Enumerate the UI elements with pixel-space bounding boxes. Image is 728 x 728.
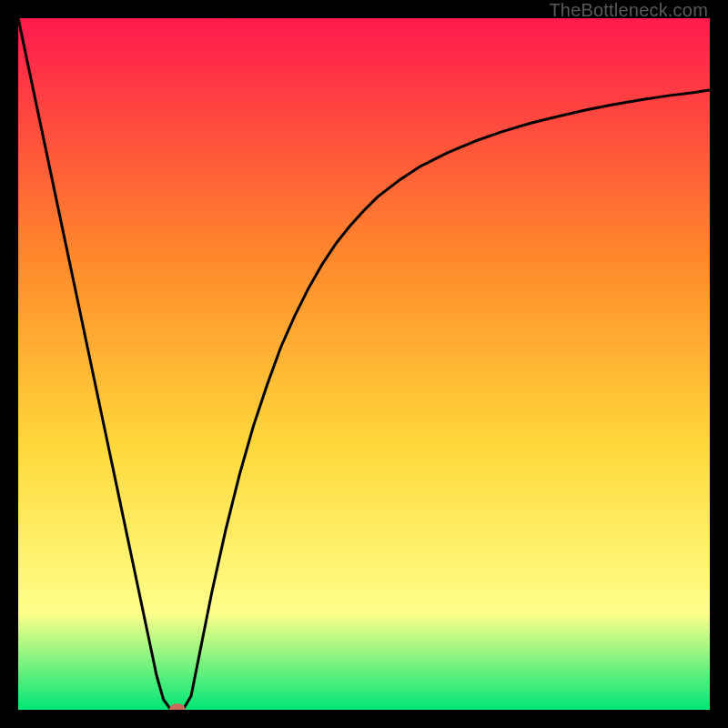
chart-frame: TheBottleneck.com <box>0 0 728 728</box>
bottleneck-chart <box>18 18 710 710</box>
gradient-background <box>18 18 710 710</box>
